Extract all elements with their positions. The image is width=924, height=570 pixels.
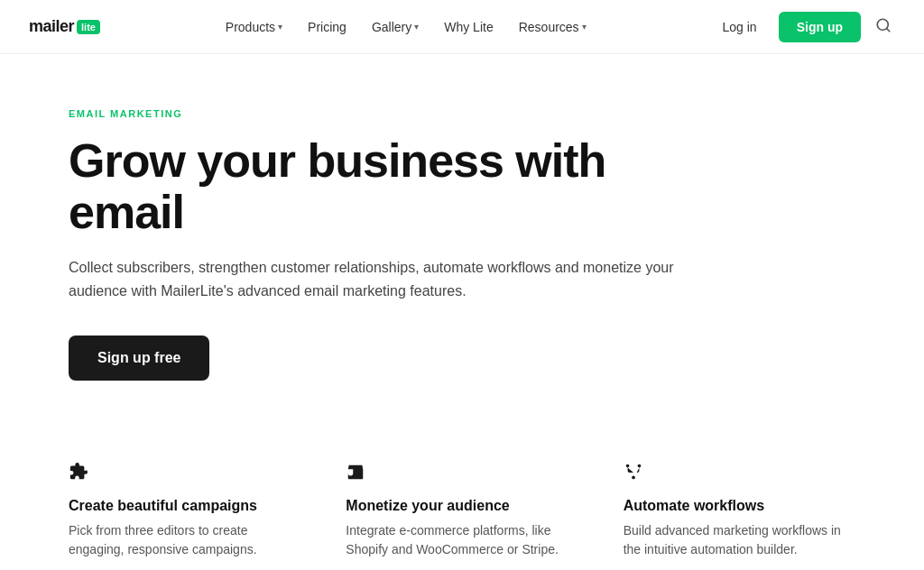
- chevron-down-icon: ▾: [414, 22, 419, 32]
- svg-line-1: [886, 28, 889, 31]
- hero-cta-button[interactable]: Sign up free: [69, 336, 209, 381]
- nav-pricing[interactable]: Pricing: [297, 13, 357, 41]
- puzzle-icon: [69, 462, 300, 487]
- features-section: Create beautiful campaigns Pick from thr…: [0, 417, 924, 570]
- chevron-down-icon: ▾: [582, 22, 587, 32]
- feature-desc-monetize: Integrate e-commerce platforms, like Sho…: [346, 521, 578, 560]
- hero-tag: EMAIL MARKETING: [69, 108, 675, 119]
- nav-products[interactable]: Products ▾: [215, 13, 293, 41]
- svg-point-2: [625, 464, 629, 467]
- feature-desc-automate: Build advanced marketing workflows in th…: [624, 521, 855, 560]
- logo[interactable]: mailer lite: [29, 17, 100, 36]
- navbar: mailer lite Products ▾ Pricing Gallery ▾…: [0, 0, 924, 54]
- feature-card-monetize: Monetize your audience Integrate e-comme…: [346, 462, 578, 570]
- feature-card-campaigns: Create beautiful campaigns Pick from thr…: [69, 462, 300, 570]
- signup-button[interactable]: Sign up: [779, 12, 861, 42]
- hero-title: Grow your business with email: [69, 135, 675, 238]
- nav-gallery[interactable]: Gallery ▾: [361, 13, 430, 41]
- feature-title-monetize: Monetize your audience: [346, 498, 578, 514]
- svg-point-4: [632, 475, 635, 479]
- nav-why-lite[interactable]: Why Lite: [433, 13, 504, 41]
- main-nav: Products ▾ Pricing Gallery ▾ Why Lite Re…: [215, 13, 597, 41]
- shop-icon: [346, 462, 578, 487]
- feature-title-automate: Automate workflows: [624, 498, 855, 514]
- search-icon[interactable]: [872, 14, 895, 41]
- logo-badge: lite: [77, 20, 100, 34]
- feature-title-campaigns: Create beautiful campaigns: [69, 498, 300, 514]
- hero-subtitle: Collect subscribers, strengthen customer…: [69, 256, 675, 302]
- navbar-actions: Log in Sign up: [712, 12, 895, 42]
- feature-desc-campaigns: Pick from three editors to create engagi…: [69, 521, 300, 560]
- login-button[interactable]: Log in: [712, 13, 768, 41]
- workflow-icon: [624, 462, 855, 487]
- chevron-down-icon: ▾: [278, 22, 282, 32]
- hero-section: EMAIL MARKETING Grow your business with …: [0, 54, 704, 417]
- feature-card-automate: Automate workflows Build advanced market…: [624, 462, 855, 570]
- svg-point-3: [637, 464, 641, 467]
- logo-text: mailer: [29, 17, 74, 36]
- nav-resources[interactable]: Resources ▾: [508, 13, 597, 41]
